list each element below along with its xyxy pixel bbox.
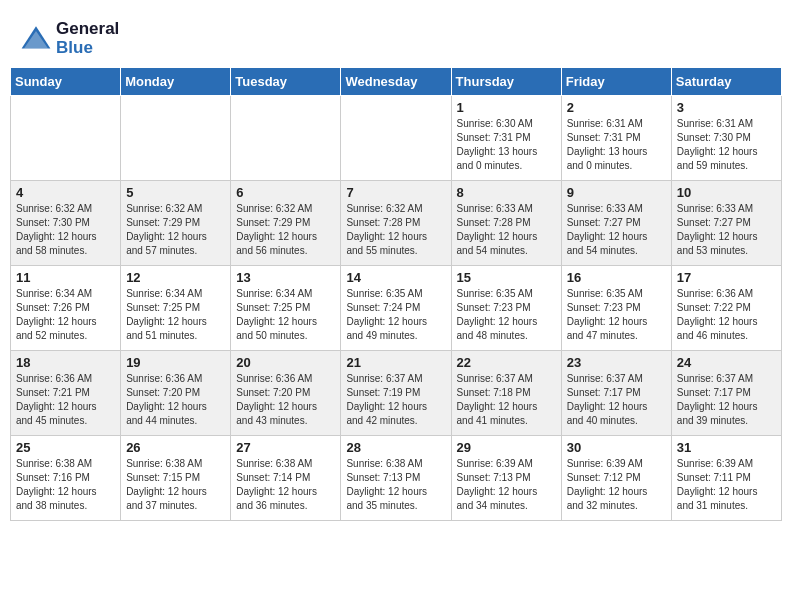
- day-info: Sunrise: 6:33 AM Sunset: 7:27 PM Dayligh…: [567, 202, 666, 258]
- day-number: 27: [236, 440, 335, 455]
- day-number: 17: [677, 270, 776, 285]
- calendar-cell: 31Sunrise: 6:39 AM Sunset: 7:11 PM Dayli…: [671, 436, 781, 521]
- day-number: 31: [677, 440, 776, 455]
- calendar-table: SundayMondayTuesdayWednesdayThursdayFrid…: [10, 67, 782, 521]
- calendar-cell: 22Sunrise: 6:37 AM Sunset: 7:18 PM Dayli…: [451, 351, 561, 436]
- day-number: 6: [236, 185, 335, 200]
- day-number: 26: [126, 440, 225, 455]
- day-info: Sunrise: 6:37 AM Sunset: 7:17 PM Dayligh…: [677, 372, 776, 428]
- calendar-cell: 19Sunrise: 6:36 AM Sunset: 7:20 PM Dayli…: [121, 351, 231, 436]
- day-number: 9: [567, 185, 666, 200]
- day-info: Sunrise: 6:39 AM Sunset: 7:13 PM Dayligh…: [457, 457, 556, 513]
- day-info: Sunrise: 6:34 AM Sunset: 7:25 PM Dayligh…: [236, 287, 335, 343]
- day-number: 12: [126, 270, 225, 285]
- calendar-cell: 13Sunrise: 6:34 AM Sunset: 7:25 PM Dayli…: [231, 266, 341, 351]
- day-number: 29: [457, 440, 556, 455]
- day-number: 10: [677, 185, 776, 200]
- week-row-2: 11Sunrise: 6:34 AM Sunset: 7:26 PM Dayli…: [11, 266, 782, 351]
- day-info: Sunrise: 6:35 AM Sunset: 7:23 PM Dayligh…: [567, 287, 666, 343]
- calendar-cell: 5Sunrise: 6:32 AM Sunset: 7:29 PM Daylig…: [121, 181, 231, 266]
- day-info: Sunrise: 6:35 AM Sunset: 7:23 PM Dayligh…: [457, 287, 556, 343]
- day-info: Sunrise: 6:33 AM Sunset: 7:28 PM Dayligh…: [457, 202, 556, 258]
- day-number: 15: [457, 270, 556, 285]
- weekday-wednesday: Wednesday: [341, 68, 451, 96]
- day-number: 22: [457, 355, 556, 370]
- day-number: 19: [126, 355, 225, 370]
- day-info: Sunrise: 6:38 AM Sunset: 7:14 PM Dayligh…: [236, 457, 335, 513]
- logo-line1: General: [56, 20, 119, 39]
- calendar-cell: 20Sunrise: 6:36 AM Sunset: 7:20 PM Dayli…: [231, 351, 341, 436]
- calendar-cell: [341, 96, 451, 181]
- weekday-monday: Monday: [121, 68, 231, 96]
- day-number: 11: [16, 270, 115, 285]
- logo: General Blue: [20, 20, 119, 57]
- day-number: 1: [457, 100, 556, 115]
- calendar-cell: 21Sunrise: 6:37 AM Sunset: 7:19 PM Dayli…: [341, 351, 451, 436]
- day-number: 7: [346, 185, 445, 200]
- day-info: Sunrise: 6:34 AM Sunset: 7:26 PM Dayligh…: [16, 287, 115, 343]
- day-info: Sunrise: 6:38 AM Sunset: 7:16 PM Dayligh…: [16, 457, 115, 513]
- logo-icon: [20, 23, 52, 55]
- calendar-cell: 11Sunrise: 6:34 AM Sunset: 7:26 PM Dayli…: [11, 266, 121, 351]
- day-info: Sunrise: 6:33 AM Sunset: 7:27 PM Dayligh…: [677, 202, 776, 258]
- calendar-cell: 18Sunrise: 6:36 AM Sunset: 7:21 PM Dayli…: [11, 351, 121, 436]
- day-info: Sunrise: 6:39 AM Sunset: 7:12 PM Dayligh…: [567, 457, 666, 513]
- day-number: 28: [346, 440, 445, 455]
- calendar-cell: 3Sunrise: 6:31 AM Sunset: 7:30 PM Daylig…: [671, 96, 781, 181]
- weekday-thursday: Thursday: [451, 68, 561, 96]
- calendar-cell: [231, 96, 341, 181]
- calendar-cell: 8Sunrise: 6:33 AM Sunset: 7:28 PM Daylig…: [451, 181, 561, 266]
- day-info: Sunrise: 6:32 AM Sunset: 7:29 PM Dayligh…: [126, 202, 225, 258]
- day-number: 16: [567, 270, 666, 285]
- calendar-cell: 30Sunrise: 6:39 AM Sunset: 7:12 PM Dayli…: [561, 436, 671, 521]
- calendar-cell: 15Sunrise: 6:35 AM Sunset: 7:23 PM Dayli…: [451, 266, 561, 351]
- day-info: Sunrise: 6:36 AM Sunset: 7:22 PM Dayligh…: [677, 287, 776, 343]
- day-number: 13: [236, 270, 335, 285]
- day-info: Sunrise: 6:36 AM Sunset: 7:20 PM Dayligh…: [126, 372, 225, 428]
- day-info: Sunrise: 6:38 AM Sunset: 7:15 PM Dayligh…: [126, 457, 225, 513]
- day-number: 14: [346, 270, 445, 285]
- day-number: 21: [346, 355, 445, 370]
- day-number: 24: [677, 355, 776, 370]
- day-info: Sunrise: 6:37 AM Sunset: 7:17 PM Dayligh…: [567, 372, 666, 428]
- weekday-tuesday: Tuesday: [231, 68, 341, 96]
- calendar-cell: 4Sunrise: 6:32 AM Sunset: 7:30 PM Daylig…: [11, 181, 121, 266]
- weekday-saturday: Saturday: [671, 68, 781, 96]
- day-number: 8: [457, 185, 556, 200]
- calendar-cell: 16Sunrise: 6:35 AM Sunset: 7:23 PM Dayli…: [561, 266, 671, 351]
- day-info: Sunrise: 6:34 AM Sunset: 7:25 PM Dayligh…: [126, 287, 225, 343]
- day-info: Sunrise: 6:31 AM Sunset: 7:30 PM Dayligh…: [677, 117, 776, 173]
- header: General Blue: [10, 10, 782, 62]
- calendar-cell: 25Sunrise: 6:38 AM Sunset: 7:16 PM Dayli…: [11, 436, 121, 521]
- calendar-cell: 29Sunrise: 6:39 AM Sunset: 7:13 PM Dayli…: [451, 436, 561, 521]
- day-info: Sunrise: 6:32 AM Sunset: 7:28 PM Dayligh…: [346, 202, 445, 258]
- calendar-cell: 7Sunrise: 6:32 AM Sunset: 7:28 PM Daylig…: [341, 181, 451, 266]
- day-number: 18: [16, 355, 115, 370]
- day-number: 30: [567, 440, 666, 455]
- weekday-sunday: Sunday: [11, 68, 121, 96]
- day-info: Sunrise: 6:32 AM Sunset: 7:30 PM Dayligh…: [16, 202, 115, 258]
- day-number: 20: [236, 355, 335, 370]
- calendar-cell: 26Sunrise: 6:38 AM Sunset: 7:15 PM Dayli…: [121, 436, 231, 521]
- day-info: Sunrise: 6:36 AM Sunset: 7:21 PM Dayligh…: [16, 372, 115, 428]
- calendar-cell: 10Sunrise: 6:33 AM Sunset: 7:27 PM Dayli…: [671, 181, 781, 266]
- day-number: 4: [16, 185, 115, 200]
- calendar-cell: 17Sunrise: 6:36 AM Sunset: 7:22 PM Dayli…: [671, 266, 781, 351]
- day-info: Sunrise: 6:32 AM Sunset: 7:29 PM Dayligh…: [236, 202, 335, 258]
- calendar-cell: 2Sunrise: 6:31 AM Sunset: 7:31 PM Daylig…: [561, 96, 671, 181]
- week-row-0: 1Sunrise: 6:30 AM Sunset: 7:31 PM Daylig…: [11, 96, 782, 181]
- calendar-body: 1Sunrise: 6:30 AM Sunset: 7:31 PM Daylig…: [11, 96, 782, 521]
- logo-line2: Blue: [56, 39, 119, 58]
- day-info: Sunrise: 6:30 AM Sunset: 7:31 PM Dayligh…: [457, 117, 556, 173]
- calendar-cell: [11, 96, 121, 181]
- calendar-cell: 12Sunrise: 6:34 AM Sunset: 7:25 PM Dayli…: [121, 266, 231, 351]
- day-number: 25: [16, 440, 115, 455]
- day-number: 3: [677, 100, 776, 115]
- day-info: Sunrise: 6:39 AM Sunset: 7:11 PM Dayligh…: [677, 457, 776, 513]
- week-row-4: 25Sunrise: 6:38 AM Sunset: 7:16 PM Dayli…: [11, 436, 782, 521]
- calendar-cell: 1Sunrise: 6:30 AM Sunset: 7:31 PM Daylig…: [451, 96, 561, 181]
- weekday-header: SundayMondayTuesdayWednesdayThursdayFrid…: [11, 68, 782, 96]
- calendar-cell: 23Sunrise: 6:37 AM Sunset: 7:17 PM Dayli…: [561, 351, 671, 436]
- week-row-1: 4Sunrise: 6:32 AM Sunset: 7:30 PM Daylig…: [11, 181, 782, 266]
- calendar-cell: 24Sunrise: 6:37 AM Sunset: 7:17 PM Dayli…: [671, 351, 781, 436]
